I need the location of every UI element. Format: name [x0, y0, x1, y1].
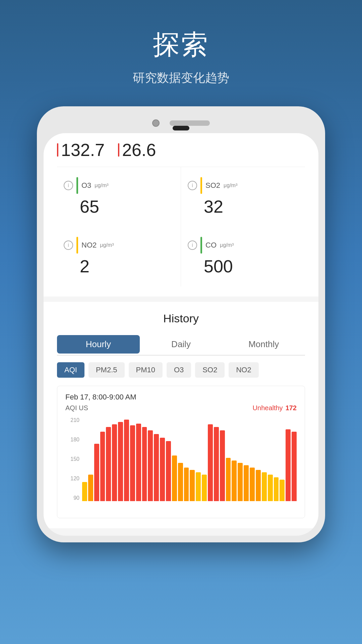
- home-sensor: [173, 126, 189, 130]
- metric-no2: i NO2 μg/m³ 2: [57, 227, 181, 286]
- bar-6: [118, 422, 123, 501]
- metric-value-co: 500: [204, 256, 298, 276]
- page-title: 探索: [133, 27, 229, 63]
- bar-9: [136, 424, 141, 501]
- tab-o3[interactable]: O3: [167, 362, 191, 378]
- metric-value-so2: 32: [204, 197, 298, 217]
- bar-1: [88, 475, 93, 501]
- y-label-150: 150: [70, 456, 79, 462]
- metric-o3: i O3 μg/m³ 65: [57, 167, 181, 227]
- chart-meta: AQI US Unhealthy 172: [65, 404, 297, 412]
- chart-status: Unhealthy 172: [253, 404, 297, 412]
- bar-12: [154, 434, 159, 501]
- top-value-1: 132.7: [57, 140, 105, 160]
- bar-chart: 210 180 150 120 90: [65, 417, 297, 511]
- tab-monthly[interactable]: Monthly: [222, 335, 305, 354]
- top-value-2: 26.6: [118, 140, 156, 160]
- bar-14: [166, 441, 171, 501]
- tab-pm25[interactable]: PM2.5: [88, 362, 125, 378]
- color-bar-so2: [200, 177, 202, 194]
- metric-label-o3: O3: [81, 181, 91, 190]
- metric-unit-no2: μg/m³: [100, 242, 114, 248]
- metric-label-co: CO: [205, 241, 217, 250]
- time-tabs: Hourly Daily Monthly: [57, 335, 305, 356]
- bar-27: [244, 465, 249, 501]
- history-title: History: [57, 312, 305, 325]
- red-indicator-1: [57, 143, 58, 157]
- bar-5: [112, 424, 117, 501]
- bar-32: [274, 477, 279, 501]
- color-bar-co: [200, 237, 202, 254]
- bar-0: [82, 482, 87, 501]
- bar-13: [160, 438, 165, 501]
- chart-container: Feb 17, 8:00-9:00 AM AQI US Unhealthy 17…: [57, 386, 305, 518]
- bar-8: [130, 425, 135, 501]
- metric-unit-so2: μg/m³: [224, 182, 237, 189]
- bar-7: [124, 420, 129, 501]
- bar-29: [256, 470, 261, 501]
- bar-18: [190, 470, 195, 501]
- info-icon-o3[interactable]: i: [64, 181, 73, 190]
- info-icon-no2[interactable]: i: [64, 240, 73, 250]
- bar-15: [172, 455, 177, 501]
- bar-30: [262, 472, 267, 501]
- metric-so2: i SO2 μg/m³ 32: [181, 167, 305, 227]
- tab-so2[interactable]: SO2: [195, 362, 225, 378]
- bar-31: [268, 475, 273, 501]
- bar-2: [94, 444, 99, 501]
- phone-inner: 132.7 26.6 i O3 μg/m³: [44, 133, 318, 536]
- y-label-90: 90: [73, 495, 79, 501]
- chart-date-range: Feb 17, 8:00-9:00 AM: [65, 393, 297, 401]
- color-bar-no2: [76, 237, 78, 254]
- bar-23: [220, 430, 225, 501]
- bar-26: [238, 463, 243, 501]
- metric-label-so2: SO2: [205, 181, 220, 190]
- metrics-grid: i O3 μg/m³ 65 i SO2 μg/m³: [57, 167, 305, 286]
- bar-33: [280, 480, 285, 501]
- bar-3: [100, 432, 105, 501]
- page-subtitle: 研究数据变化趋势: [133, 70, 229, 86]
- top-num-2: 26.6: [122, 140, 156, 160]
- bar-35: [292, 432, 297, 501]
- metric-no2-header: i NO2 μg/m³: [64, 237, 174, 254]
- bar-20: [202, 475, 207, 501]
- history-section: History Hourly Daily Monthly AQI PM2.5 P…: [44, 302, 318, 528]
- info-icon-co[interactable]: i: [188, 240, 197, 250]
- metric-value-o3: 65: [80, 197, 174, 217]
- bar-22: [214, 427, 219, 501]
- bar-28: [250, 468, 255, 501]
- phone-top-bar: [44, 113, 318, 133]
- bar-11: [148, 430, 153, 501]
- top-values: 132.7 26.6: [57, 140, 305, 167]
- bar-10: [142, 427, 147, 501]
- bars-container: [82, 417, 297, 501]
- speaker: [170, 120, 210, 126]
- color-bar-o3: [76, 177, 78, 194]
- tab-aqi[interactable]: AQI: [57, 362, 84, 378]
- info-icon-so2[interactable]: i: [188, 181, 197, 190]
- metric-label-no2: NO2: [81, 241, 97, 250]
- tab-no2[interactable]: NO2: [229, 362, 258, 378]
- bar-24: [226, 458, 231, 501]
- metric-value-no2: 2: [80, 256, 174, 276]
- metrics-section: 132.7 26.6 i O3 μg/m³: [44, 133, 318, 297]
- y-label-180: 180: [70, 437, 79, 443]
- bar-16: [178, 463, 183, 501]
- y-axis: 210 180 150 120 90: [65, 417, 81, 501]
- y-label-210: 210: [70, 417, 79, 423]
- bar-4: [106, 427, 111, 501]
- tab-daily[interactable]: Daily: [140, 335, 223, 354]
- bar-34: [286, 429, 291, 501]
- top-num-1: 132.7: [61, 140, 105, 160]
- bar-19: [196, 472, 201, 501]
- red-indicator-2: [118, 143, 119, 157]
- metric-unit-co: μg/m³: [220, 242, 234, 248]
- tab-hourly[interactable]: Hourly: [57, 335, 140, 354]
- tab-pm10[interactable]: PM10: [129, 362, 163, 378]
- bar-21: [208, 424, 213, 501]
- metric-unit-o3: μg/m³: [95, 182, 108, 189]
- phone-mockup: 132.7 26.6 i O3 μg/m³: [37, 106, 325, 542]
- metric-so2-header: i SO2 μg/m³: [188, 177, 298, 194]
- y-label-120: 120: [70, 476, 79, 482]
- metric-co: i CO μg/m³ 500: [181, 227, 305, 286]
